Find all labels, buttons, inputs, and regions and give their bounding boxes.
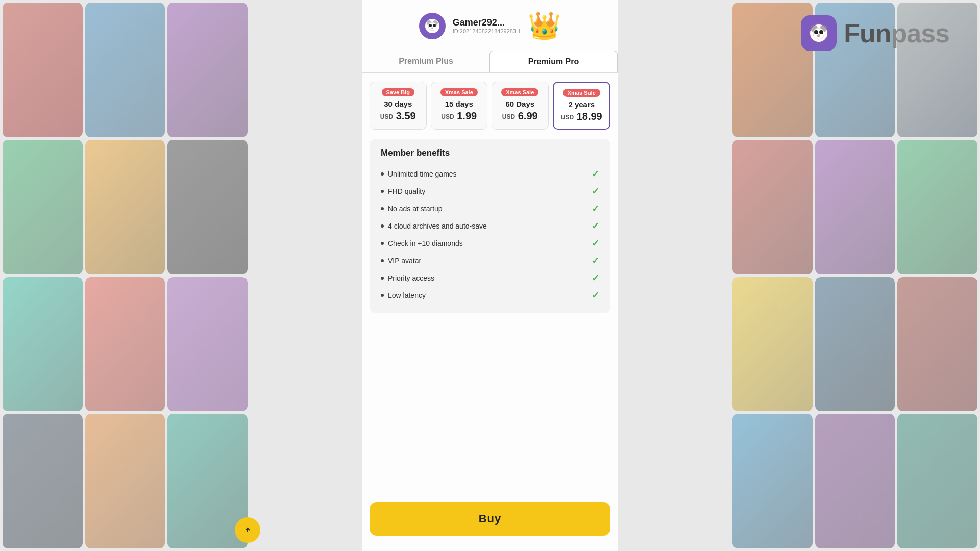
game-tile — [3, 3, 83, 137]
currency-label: USD — [380, 113, 393, 120]
check-icon: ✓ — [592, 272, 599, 284]
pricing-row: Save Big 30 days USD 3.59 Xmas Sale 15 d… — [362, 82, 618, 130]
user-profile: Gamer292... ID:202124082218429283 1 👑 — [409, 10, 571, 41]
svg-point-6 — [817, 34, 820, 37]
benefit-cloud-archives: 4 cloud archives and auto-save ✓ — [381, 217, 599, 235]
currency-label: USD — [561, 114, 574, 121]
benefit-text: 4 cloud archives and auto-save — [388, 222, 487, 230]
benefit-no-ads: No ads at startup ✓ — [381, 200, 599, 217]
game-tile — [815, 414, 895, 548]
svg-point-4 — [814, 30, 818, 34]
benefits-panel: Member benefits Unlimited time games ✓ F… — [362, 139, 618, 313]
benefit-text: Check in +10 diamonds — [388, 239, 463, 247]
benefit-priority-access: Priority access ✓ — [381, 269, 599, 287]
benefit-checkin-diamonds: Check in +10 diamonds ✓ — [381, 235, 599, 252]
svg-point-3 — [813, 28, 824, 39]
game-tile — [732, 140, 813, 274]
game-tile — [732, 3, 813, 137]
price-amount-15: USD 1.99 — [434, 110, 484, 122]
badge-xmas-60: Xmas Sale — [501, 88, 538, 96]
avatar — [419, 13, 446, 39]
check-icon: ✓ — [592, 220, 599, 232]
benefit-text: VIP avatar — [388, 257, 421, 265]
tab-premium-pro[interactable]: Premium Pro — [489, 51, 618, 72]
game-tile — [85, 3, 165, 137]
check-icon: ✓ — [592, 168, 599, 180]
bullet-icon — [381, 294, 384, 297]
svg-point-14 — [431, 27, 433, 29]
price-days-60: 60 Days — [495, 99, 545, 108]
game-tile — [167, 3, 248, 137]
right-game-tiles — [730, 0, 980, 551]
logo-panda-icon — [801, 15, 837, 51]
benefits-box: Member benefits Unlimited time games ✓ F… — [370, 139, 610, 313]
price-amount-60: USD 6.99 — [495, 110, 545, 122]
game-tile — [897, 277, 977, 412]
game-tile — [3, 140, 83, 274]
crown-icon: 👑 — [528, 10, 561, 41]
price-card-60days[interactable]: Xmas Sale 60 Days USD 6.99 — [492, 82, 549, 130]
game-tile — [3, 277, 83, 412]
badge-xmas-15: Xmas Sale — [440, 88, 478, 96]
bullet-icon — [381, 277, 384, 280]
left-game-tiles — [0, 0, 250, 551]
benefit-unlimited-games: Unlimited time games ✓ — [381, 165, 599, 183]
game-tile — [897, 414, 977, 548]
price-card-15days[interactable]: Xmas Sale 15 days USD 1.99 — [431, 82, 488, 130]
bullet-icon — [381, 190, 384, 193]
user-info: Gamer292... ID:202124082218429283 1 — [453, 17, 521, 34]
check-icon: ✓ — [592, 203, 599, 214]
game-tile — [815, 140, 895, 274]
app-logo-text: Funpass — [844, 18, 949, 48]
main-panel: Gamer292... ID:202124082218429283 1 👑 Pr… — [362, 0, 618, 551]
price-card-2years[interactable]: Xmas Sale 2 years USD 18.99 — [553, 82, 611, 130]
buy-button[interactable]: Buy — [370, 502, 610, 536]
benefit-text: Low latency — [388, 291, 426, 299]
logo-area: Funpass — [801, 15, 949, 51]
price-amount-2yr: USD 18.99 — [557, 111, 607, 122]
bullet-icon — [381, 207, 384, 210]
game-tile — [167, 140, 248, 274]
price-days-30: 30 days — [373, 99, 423, 108]
check-icon: ✓ — [592, 255, 599, 266]
svg-point-12 — [429, 24, 432, 27]
tab-bar: Premium Plus Premium Pro — [362, 51, 618, 73]
price-amount-30: USD 3.59 — [373, 110, 423, 122]
game-tile — [85, 140, 165, 274]
check-icon: ✓ — [592, 238, 599, 249]
game-tile — [85, 277, 165, 412]
game-tile — [85, 414, 165, 548]
bullet-icon — [381, 224, 384, 228]
benefit-text: FHD quality — [388, 187, 425, 195]
benefits-title: Member benefits — [381, 148, 599, 158]
check-icon: ✓ — [592, 290, 599, 301]
badge-xmas-2yr: Xmas Sale — [563, 89, 600, 97]
price-days-15: 15 days — [434, 99, 484, 108]
currency-label: USD — [441, 113, 454, 120]
benefit-fhd-quality: FHD quality ✓ — [381, 183, 599, 200]
price-card-30days[interactable]: Save Big 30 days USD 3.59 — [370, 82, 427, 130]
nav-hint-circle — [235, 517, 260, 543]
price-days-2yr: 2 years — [557, 100, 607, 109]
game-tile — [897, 140, 977, 274]
game-tile — [3, 414, 83, 548]
user-name: Gamer292... — [453, 17, 521, 28]
bullet-icon — [381, 242, 384, 245]
currency-label: USD — [502, 113, 515, 120]
game-tile — [815, 277, 895, 412]
game-tile — [732, 414, 813, 548]
benefit-vip-avatar: VIP avatar ✓ — [381, 252, 599, 269]
benefit-text: Unlimited time games — [388, 170, 457, 178]
badge-save-big: Save Big — [382, 88, 414, 96]
benefit-text: No ads at startup — [388, 205, 443, 213]
game-tile — [732, 277, 813, 412]
user-id: ID:202124082218429283 1 — [453, 28, 521, 34]
svg-point-5 — [819, 30, 823, 34]
check-icon: ✓ — [592, 186, 599, 197]
tab-premium-plus[interactable]: Premium Plus — [362, 51, 489, 72]
benefit-low-latency: Low latency ✓ — [381, 287, 599, 304]
svg-point-13 — [433, 24, 436, 27]
game-tile — [167, 277, 248, 412]
benefit-text: Priority access — [388, 274, 434, 282]
bullet-icon — [381, 259, 384, 262]
